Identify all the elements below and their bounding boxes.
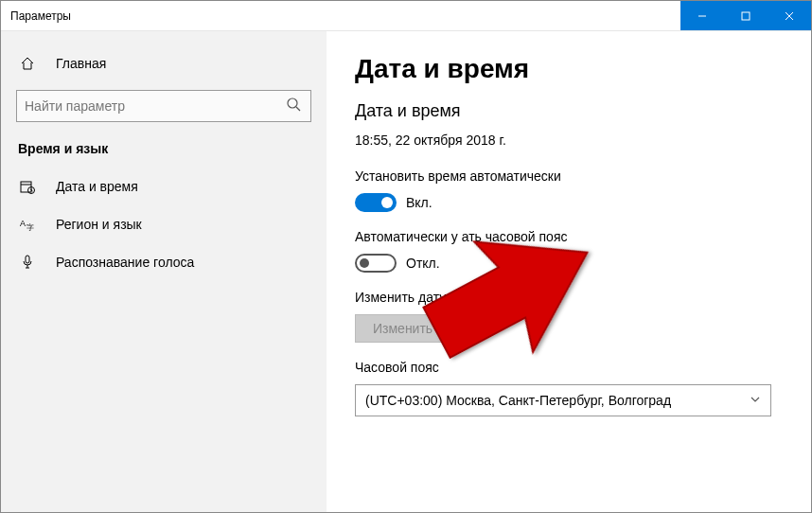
nav-item-label: Регион и язык — [56, 217, 142, 232]
svg-point-4 — [288, 98, 297, 108]
close-button[interactable] — [768, 1, 811, 30]
change-button[interactable]: Изменить — [355, 314, 450, 343]
search-input[interactable] — [25, 98, 286, 114]
svg-rect-1 — [742, 12, 750, 20]
microphone-icon — [18, 255, 37, 270]
chevron-down-icon — [750, 393, 761, 408]
svg-line-5 — [296, 107, 300, 111]
timezone-dropdown[interactable]: (UTC+03:00) Москва, Санкт-Петербург, Вол… — [355, 384, 771, 416]
home-icon — [18, 56, 37, 71]
nav-item-datetime[interactable]: Дата и время — [1, 168, 327, 205]
auto-time-toggle[interactable] — [355, 193, 397, 212]
search-icon — [286, 97, 303, 115]
titlebar: Параметры — [1, 1, 811, 31]
page-heading: Дата и время — [355, 54, 783, 84]
nav-category: Время и язык — [1, 132, 327, 166]
nav-home[interactable]: Главная — [1, 44, 327, 82]
language-icon: A字 — [18, 217, 37, 232]
svg-text:字: 字 — [26, 223, 34, 232]
window-controls — [680, 1, 811, 30]
sidebar: Главная Время и язык Дата и время A字 Рег… — [1, 31, 327, 512]
timezone-label: Часовой пояс — [355, 360, 783, 375]
content-area: Дата и время Дата и время 18:55, 22 октя… — [327, 31, 811, 512]
nav-item-label: Дата и время — [56, 179, 138, 194]
minimize-button[interactable] — [680, 1, 724, 30]
section-heading: Дата и время — [355, 101, 783, 121]
change-datetime-label: Изменить дату и время — [355, 290, 783, 305]
auto-time-state: Вкл. — [406, 195, 432, 210]
nav-item-speech[interactable]: Распознавание голоса — [1, 243, 327, 281]
maximize-button[interactable] — [724, 1, 768, 30]
auto-timezone-toggle[interactable] — [355, 254, 397, 273]
search-box[interactable] — [16, 90, 311, 122]
svg-rect-13 — [26, 256, 29, 263]
nav-item-region[interactable]: A字 Регион и язык — [1, 205, 327, 243]
current-datetime: 18:55, 22 октября 2018 г. — [355, 133, 783, 148]
timezone-value: (UTC+03:00) Москва, Санкт-Петербург, Вол… — [365, 393, 671, 408]
auto-timezone-label: Автоматически у ать часовой пояс — [355, 229, 783, 244]
calendar-clock-icon — [18, 179, 37, 194]
auto-timezone-state: Откл. — [406, 256, 440, 271]
auto-time-label: Установить время автоматически — [355, 168, 783, 184]
nav-home-label: Главная — [56, 56, 106, 71]
svg-text:A: A — [20, 219, 26, 228]
window-title: Параметры — [1, 9, 680, 23]
nav-category-label: Время и язык — [18, 141, 108, 156]
nav-item-label: Распознавание голоса — [56, 255, 194, 270]
